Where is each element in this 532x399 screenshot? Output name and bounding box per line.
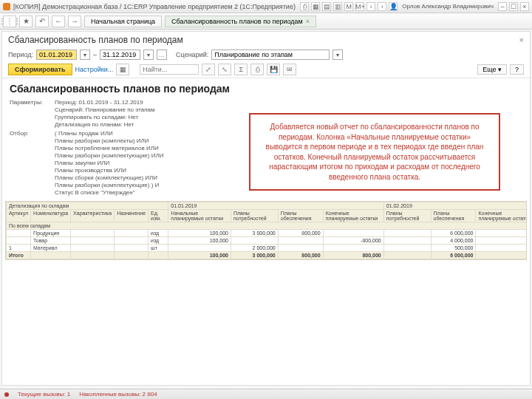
collapse-icon[interactable]: ⤡ [218, 64, 231, 75]
history-icon[interactable]: ↶ [35, 16, 49, 27]
user-icon[interactable]: 👤 [389, 2, 398, 11]
cell [383, 245, 431, 252]
scenario-input[interactable] [211, 50, 330, 60]
cell [168, 245, 231, 252]
print-icon[interactable]: ⎙ [300, 2, 309, 11]
status-accumulated: Накопленные вызовы: 2 804 [79, 391, 157, 398]
cell: шт [149, 245, 168, 252]
scenario-label: Сценарий: [176, 51, 208, 58]
col-demand: Планы потребностей [383, 210, 431, 222]
back-icon[interactable]: ← [52, 16, 65, 27]
param-line: Детализация по планам: Нет [55, 121, 154, 129]
period-start-input[interactable] [36, 50, 77, 60]
email-icon[interactable]: ✉ [283, 64, 296, 75]
period-end-picker-icon[interactable]: ▾ [143, 50, 154, 60]
cell: 4 000,000 [431, 237, 476, 245]
period-end-input[interactable] [100, 50, 140, 60]
col-characteristic: Характеристика [71, 210, 115, 222]
total-row: Итого100,0003 000,000800,000800,0006 000… [7, 252, 528, 259]
selection-lines: ( Планы продаж ИЛИ Планы разборки (компл… [55, 130, 163, 197]
cell: 500,000 [431, 245, 476, 252]
page-title: Сбалансированность планов по периодам [8, 35, 183, 45]
save-icon[interactable]: ▦ [311, 2, 320, 11]
selection-line: Планы закупки ИЛИ [55, 160, 163, 167]
print-report-icon[interactable]: ⎙ [250, 64, 264, 75]
scenario-dropdown-icon[interactable]: ▾ [332, 50, 343, 60]
cell [476, 237, 527, 245]
period-dialog-icon[interactable]: … [157, 50, 167, 60]
param-line: Период: 01.01.2019 - 31.12.2019 [55, 99, 154, 106]
selection-line: Планы разборки (комплекты) ИЛИ [55, 137, 163, 145]
selection-line: Планы производства ИЛИ [55, 167, 163, 174]
cell [476, 252, 527, 259]
maximize-button[interactable]: ☐ [509, 2, 518, 11]
tab-close-icon[interactable]: × [306, 18, 310, 25]
find-input[interactable] [140, 64, 199, 75]
cell [383, 230, 431, 237]
back-nav-icon[interactable]: ‹ [366, 2, 375, 11]
report-title: Сбалансированность планов по периодам [2, 78, 530, 99]
cell [71, 230, 115, 237]
status-dot-icon [4, 392, 9, 397]
m2-icon[interactable]: M+ [355, 2, 364, 11]
cell: 6 000,000 [431, 252, 476, 259]
calc-icon[interactable]: ▤ [322, 2, 331, 11]
minimize-button[interactable]: – [498, 2, 507, 11]
top-nav: ⋮⋮⋮ ★ ↶ ← → Начальная страница Сбалансир… [0, 13, 532, 30]
favorite-icon[interactable]: ★ [19, 16, 33, 27]
save-report-icon[interactable]: 💾 [267, 64, 280, 75]
cell [323, 245, 383, 252]
period-start-picker-icon[interactable]: ▾ [80, 50, 90, 60]
grid-period-2: 01.02.2019 [383, 202, 527, 210]
generate-button[interactable]: Сформировать [8, 64, 72, 75]
tab-report[interactable]: Сбалансированность планов по периодам × [165, 16, 316, 27]
expand-icon[interactable]: ⤢ [202, 64, 215, 75]
window-controls: – ☐ × [498, 2, 529, 11]
cell: 1 [7, 245, 31, 252]
user-label[interactable]: Орлов Александр Владимирович [402, 3, 494, 10]
report-grid[interactable]: Детализация по складам 01.01.2019 01.02.… [5, 201, 527, 260]
page-close-icon[interactable]: × [519, 35, 524, 44]
cell: 100,000 [168, 237, 231, 245]
table-row[interactable]: 1Материалшт2 000,000500,000-5 500,000 [7, 245, 528, 252]
filter-icon[interactable]: ▦ [116, 64, 129, 75]
more-button[interactable]: Еще ▾ [477, 64, 507, 75]
status-acc-label: Накопленные вызовы: [79, 391, 140, 398]
cell [71, 245, 115, 252]
sigma-icon[interactable]: Σ [234, 64, 248, 75]
cell [476, 230, 527, 237]
tab-home[interactable]: Начальная страница [84, 16, 162, 27]
close-button[interactable]: × [520, 2, 529, 11]
col-destination: Назначение [115, 210, 149, 222]
grid-period-1: 01.01.2019 [168, 202, 383, 210]
calendar-icon[interactable]: ▥ [333, 2, 342, 11]
period-dash: – [93, 51, 97, 58]
col-supply: Планы обеспечения [431, 210, 476, 222]
m-icon[interactable]: M [344, 2, 353, 11]
col-supply: Планы обеспечения [278, 210, 323, 222]
help-button[interactable]: ? [510, 64, 524, 75]
cell [115, 245, 149, 252]
apps-icon[interactable]: ⋮⋮⋮ [3, 16, 16, 27]
window-title: [КОПИЯ] Демонстрационная база / 1C:ERP У… [13, 3, 300, 10]
cell: 3 000,000 [231, 252, 278, 259]
col-article: Артикул [7, 210, 31, 222]
fwd-nav-icon[interactable]: › [378, 2, 386, 11]
selection-line: ( Планы продаж ИЛИ [55, 130, 163, 137]
page-header: Сбалансированность планов по периодам × [2, 32, 530, 48]
selection-line: Планы разборки (комплектующие) ИЛИ [55, 152, 163, 160]
group-label: По всем складам [7, 222, 528, 230]
col-end-balance: Конечные планируемые остатки [323, 210, 383, 222]
col-demand: Планы потребностей [231, 210, 278, 222]
grid-detail-label: Детализация по складам [7, 202, 168, 210]
tab-report-label: Сбалансированность планов по периодам [171, 18, 303, 25]
col-end-balance: Конечные планируемые остатки [476, 210, 527, 222]
table-row[interactable]: Продукцияизд100,0003 000,000800,0006 000… [7, 230, 528, 237]
table-row[interactable]: Товаризд100,000-800,0004 000,000-6 000,0… [7, 237, 528, 245]
group-row[interactable]: По всем складам [7, 222, 528, 230]
forward-icon[interactable]: → [68, 16, 81, 27]
action-row: Сформировать Настройки... ▦ ⤢ ⤡ Σ ⎙ 💾 ✉ … [2, 61, 530, 78]
cell: 800,000 [278, 252, 323, 259]
params-lines: Период: 01.01.2019 - 31.12.2019 Сценарий… [55, 99, 154, 129]
settings-link[interactable]: Настройки... [75, 66, 114, 73]
